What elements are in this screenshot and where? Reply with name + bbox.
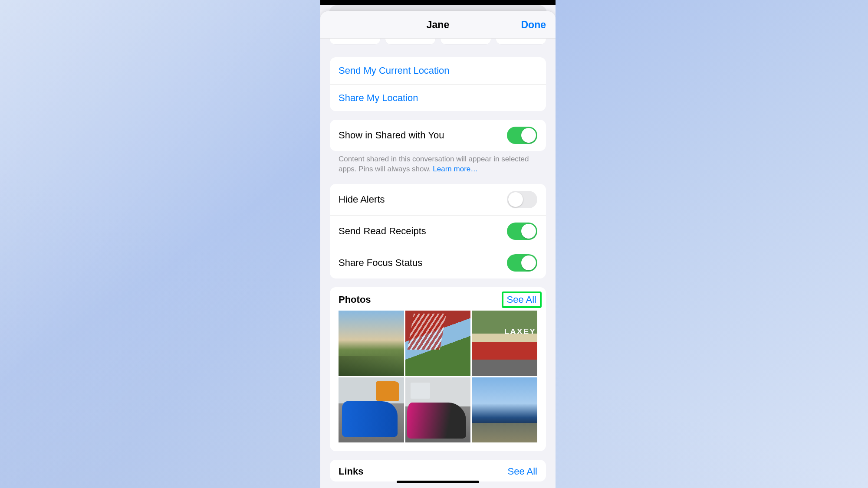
share-my-location-row[interactable]: Share My Location bbox=[330, 84, 546, 111]
toggle-knob bbox=[508, 192, 523, 207]
phone-screen: Jane Done Send My Current Location Share… bbox=[320, 5, 556, 488]
photo-thumbnail-3[interactable] bbox=[472, 311, 537, 376]
links-see-all-button[interactable]: See All bbox=[508, 466, 538, 477]
phone-frame: Jane Done Send My Current Location Share… bbox=[320, 0, 556, 488]
contact-details-sheet: Jane Done Send My Current Location Share… bbox=[320, 11, 556, 488]
send-read-receipts-toggle[interactable] bbox=[507, 223, 537, 240]
links-group: Links See All bbox=[330, 460, 546, 481]
photo-thumbnail-2[interactable] bbox=[405, 311, 471, 376]
quick-action-2[interactable] bbox=[385, 39, 436, 44]
sheet-body[interactable]: Send My Current Location Share My Locati… bbox=[320, 39, 556, 488]
location-actions-group: Send My Current Location Share My Locati… bbox=[330, 57, 546, 111]
photo-thumbnail-6[interactable] bbox=[472, 377, 537, 443]
photo-thumbnail-5[interactable] bbox=[405, 377, 471, 443]
toggle-knob bbox=[521, 224, 536, 239]
photos-title: Photos bbox=[339, 294, 371, 305]
done-button[interactable]: Done bbox=[521, 11, 546, 38]
share-my-location-label: Share My Location bbox=[339, 92, 418, 104]
photos-grid bbox=[330, 311, 546, 451]
hide-alerts-toggle[interactable] bbox=[507, 191, 537, 208]
quick-action-1[interactable] bbox=[330, 39, 380, 44]
home-indicator[interactable] bbox=[397, 481, 479, 483]
send-current-location-label: Send My Current Location bbox=[339, 65, 450, 76]
links-title: Links bbox=[339, 466, 363, 477]
toggle-knob bbox=[521, 128, 536, 143]
send-current-location-row[interactable]: Send My Current Location bbox=[330, 57, 546, 84]
shared-with-you-group: Show in Shared with You bbox=[330, 120, 546, 151]
quick-action-3[interactable] bbox=[441, 39, 491, 44]
contact-name-title: Jane bbox=[427, 19, 449, 31]
hide-alerts-label: Hide Alerts bbox=[339, 194, 385, 205]
share-focus-status-toggle[interactable] bbox=[507, 254, 537, 272]
photo-thumbnail-4[interactable] bbox=[339, 377, 404, 443]
links-header-row: Links See All bbox=[330, 460, 546, 481]
alerts-receipts-group: Hide Alerts Send Read Receipts Share Foc… bbox=[330, 184, 546, 278]
send-read-receipts-row: Send Read Receipts bbox=[330, 215, 546, 247]
sheet-header: Jane Done bbox=[320, 11, 556, 39]
show-in-shared-with-you-label: Show in Shared with You bbox=[339, 130, 444, 141]
share-focus-status-label: Share Focus Status bbox=[339, 257, 422, 269]
hide-alerts-row: Hide Alerts bbox=[330, 184, 546, 215]
quick-actions-row bbox=[330, 39, 546, 44]
toggle-knob bbox=[521, 255, 536, 270]
photo-thumbnail-1[interactable] bbox=[339, 311, 404, 376]
shared-with-you-footer: Content shared in this conversation will… bbox=[330, 154, 546, 174]
share-focus-status-row: Share Focus Status bbox=[330, 247, 546, 278]
show-in-shared-with-you-row: Show in Shared with You bbox=[330, 120, 546, 151]
quick-action-4[interactable] bbox=[496, 39, 546, 44]
send-read-receipts-label: Send Read Receipts bbox=[339, 226, 426, 237]
learn-more-link[interactable]: Learn more… bbox=[433, 165, 478, 173]
photos-group: Photos See All bbox=[330, 287, 546, 451]
photos-see-all-button[interactable]: See All bbox=[502, 291, 542, 308]
photos-header-row: Photos See All bbox=[330, 287, 546, 311]
show-in-shared-with-you-toggle[interactable] bbox=[507, 127, 537, 144]
